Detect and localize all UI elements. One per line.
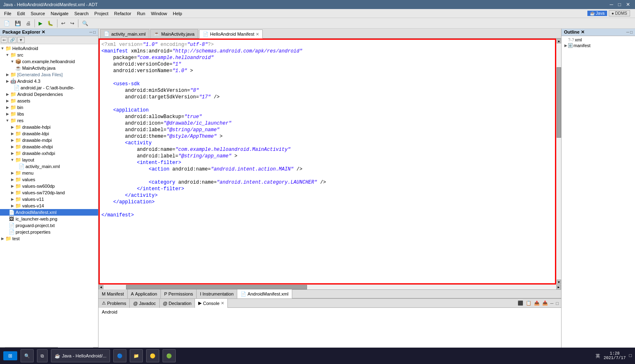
tree-item-drawable-hdpi[interactable]: ▶ 📁 drawable-hdpi [0, 124, 98, 130]
hscroll-thumb[interactable] [126, 285, 307, 289]
menu-file[interactable]: File [2, 10, 14, 17]
tree-item-iclauncher[interactable]: 🖼 ic_launcher-web.png [0, 216, 98, 222]
tree-item-test[interactable]: ▶ 📁 test [0, 235, 98, 242]
tree-item-values-sw720dp[interactable]: ▶ 📁 values-sw720dp-land [0, 189, 98, 196]
tree-item-gen[interactable]: ▶ 📁 [Generated Java Files] [0, 71, 98, 78]
taskbar-app2[interactable]: 🟢 [163, 349, 176, 362]
tree-item-assets[interactable]: ▶ 📁 assets [0, 98, 98, 104]
taskbar-explorer[interactable]: 📁 [130, 349, 143, 362]
manifest-tab-instrumentation[interactable]: I Instrumentation [197, 289, 237, 298]
tree-item-proguard[interactable]: 📄 proguard-project.txt [0, 222, 98, 229]
vscroll-track[interactable] [557, 43, 561, 280]
console-tab-problems[interactable]: ⚠ Problems [99, 299, 130, 308]
explorer-maximize[interactable]: □ [93, 30, 96, 34]
new-button[interactable]: 📄 [2, 19, 12, 27]
taskbar-notification[interactable]: □ [629, 353, 632, 358]
taskbar-chrome[interactable]: 🔵 [113, 349, 126, 362]
menu-project[interactable]: Project [92, 10, 111, 17]
manifest-tab-xmlfile[interactable]: 📄 AndroidManifest.xml [237, 289, 292, 298]
tree-item-res[interactable]: ▼ 📁 res [0, 117, 98, 124]
tree-item-drawable-xxhdpi[interactable]: ▶ 📁 drawable-xxhdpi [0, 150, 98, 157]
tree-item-package[interactable]: ▼ 📦 com.example.helloandroid [0, 58, 98, 65]
console-tab-javadoc[interactable]: @ Javadoc [130, 299, 159, 308]
explorer-minimize[interactable]: ─ [89, 30, 92, 34]
print-button[interactable]: 🖨 [24, 19, 33, 27]
tab-manifest[interactable]: 📄 HelloAndroid Manifest ✕ [199, 30, 263, 39]
tab-activity-main[interactable]: 📄 activity_main.xml [100, 29, 149, 38]
taskbar-taskview[interactable]: ⧉ [37, 349, 48, 362]
maximize-button[interactable]: □ [617, 2, 623, 7]
code-editor[interactable]: <?xml version="1.0" encoding="utf-8"?><m… [99, 39, 556, 284]
tab-close-manifest[interactable]: ✕ [256, 32, 259, 36]
tree-item-mainactivity[interactable]: ☕ MainActivity.java [0, 65, 98, 71]
menu-help[interactable]: Help [170, 10, 185, 17]
console-minimize[interactable]: ─ [550, 300, 555, 306]
tree-item-activity-main[interactable]: 📄 activity_main.xml [0, 163, 98, 170]
tree-item-values[interactable]: ▶ 📁 values [0, 176, 98, 183]
undo-button[interactable]: ↩ [59, 19, 67, 27]
minimize-button[interactable]: ─ [608, 2, 615, 7]
outline-item-xml[interactable]: ?-? xml [563, 37, 633, 43]
tree-item-drawable-ldpi[interactable]: ▶ 📁 drawable-ldpi [0, 130, 98, 137]
tree-item-menu[interactable]: ▶ 📁 menu [0, 170, 98, 176]
taskbar-adt[interactable]: ☕ Java - HelloAndroid/... [51, 349, 110, 362]
outline-maximize[interactable]: □ [630, 30, 633, 34]
tree-item-android43[interactable]: ▶ 🤖 Android 4.3 [0, 78, 98, 84]
save-button[interactable]: 💾 [13, 19, 23, 27]
tree-item-bin[interactable]: ▶ 📁 bin [0, 104, 98, 111]
hscroll-left[interactable]: ◀ [99, 285, 103, 290]
tab-mainactivity[interactable]: ☕ MainActivity.java [150, 29, 198, 38]
tree-item-values-v14[interactable]: ▶ 📁 values-v14 [0, 202, 98, 209]
manifest-tab-permissions[interactable]: P Permissions [161, 289, 197, 298]
tree-item-drawable-xhdpi[interactable]: ▶ 📁 drawable-xhdpi [0, 143, 98, 150]
tree-item-libs[interactable]: ▶ 📁 libs [0, 111, 98, 117]
vscroll-down-btn[interactable]: ▼ [557, 280, 561, 284]
tree-item-helloandroid[interactable]: ▼ 📁 HelloAndroid [0, 45, 98, 52]
console-action-3[interactable]: 📤 [533, 300, 541, 306]
start-button[interactable]: ⊞ [3, 351, 17, 360]
manifest-tab-manifest[interactable]: M Manifest [99, 289, 128, 298]
menu-run[interactable]: Run [135, 10, 148, 17]
tree-item-projectprops[interactable]: 📄 project.properties [0, 229, 98, 235]
menu-source[interactable]: Source [28, 10, 48, 17]
menu-search[interactable]: Search [72, 10, 91, 17]
run-button[interactable]: ▶ [37, 19, 44, 27]
editor-hscrollbar[interactable]: ◀ ▶ [99, 284, 561, 289]
redo-button[interactable]: ↪ [68, 19, 76, 27]
manifest-tab-application[interactable]: A Application [128, 289, 161, 298]
taskbar-search[interactable]: 🔍 [21, 349, 34, 362]
console-action-1[interactable]: ⬛ [517, 300, 524, 306]
close-button[interactable]: ✕ [624, 2, 632, 7]
console-action-2[interactable]: 📋 [525, 300, 532, 306]
explorer-menu[interactable]: ▼ [17, 37, 25, 43]
editor-vscrollbar[interactable]: ▲ ▼ [556, 39, 561, 284]
tree-item-androidjar[interactable]: 📄 android.jar - C:\adt-bundle- [0, 84, 98, 91]
tree-item-drawable-mdpi[interactable]: ▶ 📁 drawable-mdpi [0, 137, 98, 143]
explorer-collapse-all[interactable]: ⇐ [1, 37, 7, 43]
tree-item-values-sw600dp[interactable]: ▶ 📁 values-sw600dp [0, 183, 98, 189]
outline-item-manifest[interactable]: ▶ e manifest [563, 43, 633, 48]
hscroll-right[interactable]: ▶ [556, 285, 561, 290]
console-maximize[interactable]: □ [555, 300, 559, 306]
debug-button[interactable]: 🐛 [45, 19, 55, 27]
vscroll-thumb[interactable] [557, 67, 561, 138]
explorer-link-editor[interactable]: 🔗 [8, 37, 16, 43]
menu-window[interactable]: Window [149, 10, 170, 17]
console-action-4[interactable]: 📥 [541, 300, 549, 306]
console-tab-close[interactable]: ✕ [221, 301, 224, 305]
console-tab-console[interactable]: ▶ Console ✕ [195, 299, 227, 308]
console-tab-declaration[interactable]: @ Declaration [160, 299, 195, 308]
menu-refactor[interactable]: Refactor [112, 10, 134, 17]
taskbar-app1[interactable]: 🟡 [146, 349, 159, 362]
outline-minimize[interactable]: ─ [626, 30, 629, 34]
perspective-ddms[interactable]: ● DDMS [609, 10, 630, 16]
hscroll-track[interactable] [103, 285, 556, 289]
menu-edit[interactable]: Edit [15, 10, 28, 17]
menu-navigate[interactable]: Navigate [48, 10, 71, 17]
tree-item-androiddeps[interactable]: ▶ 📁 Android Dependencies [0, 91, 98, 98]
tree-item-androidmanifest[interactable]: 📄 AndroidManifest.xml [0, 209, 98, 216]
search-toolbar-button[interactable]: 🔍 [80, 19, 90, 27]
tree-item-values-v11[interactable]: ▶ 📁 values-v11 [0, 196, 98, 202]
vscroll-up-btn[interactable]: ▲ [557, 39, 561, 43]
tree-item-src[interactable]: ▼ 📁 src [0, 52, 98, 58]
